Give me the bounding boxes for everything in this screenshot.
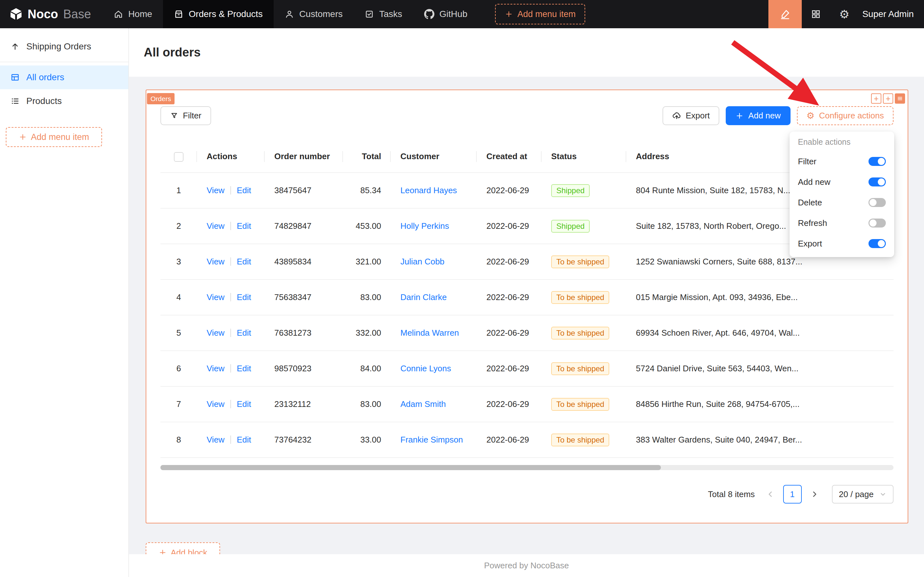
view-link[interactable]: View [207,328,225,338]
scrollbar-thumb[interactable] [160,465,661,470]
view-link[interactable]: View [207,221,225,231]
sidebar-add-menu-item-button[interactable]: Add menu item [6,127,102,147]
status-badge: To be shipped [551,362,609,375]
sidebar-divider [0,61,128,62]
view-link[interactable]: View [207,435,225,445]
action-divider [230,222,231,230]
toolbar-right: Export Add new ⚙ Configure actions [663,106,893,125]
export-toggle[interactable] [869,239,886,248]
add-column-icon-button[interactable]: + [871,93,881,104]
filter-icon [170,112,179,120]
edit-link[interactable]: Edit [237,221,251,231]
dropdown-item-add-new[interactable]: Add new [792,172,892,192]
dropdown-item-label: Add new [798,177,830,187]
view-link[interactable]: View [207,257,225,266]
customer-link[interactable]: Connie Lyons [401,364,451,373]
nav-item-label: GitHub [439,9,467,19]
customer-link[interactable]: Holly Perkins [401,221,449,231]
view-link[interactable]: View [207,292,225,302]
customer-link[interactable]: Melinda Warren [401,328,459,338]
main-menu: Home Orders & Products Customers Tasks G… [103,0,478,28]
status-badge: To be shipped [551,327,609,340]
user-menu[interactable]: Super Admin [858,9,924,19]
customer-link[interactable]: Frankie Simpson [401,435,463,445]
dropdown-item-filter[interactable]: Filter [792,151,892,172]
created-at-cell: 2022-06-29 [477,386,542,422]
nav-item-customers[interactable]: Customers [274,0,354,28]
gear-icon: ⚙ [806,110,815,121]
sidebar-item-all-orders[interactable]: All orders [0,66,128,89]
add-new-toggle[interactable] [869,177,886,187]
table-toolbar: Filter Export Add new [160,106,893,125]
dropdown-item-delete[interactable]: Delete [792,192,892,213]
status-cell: To be shipped [542,315,626,351]
edit-link[interactable]: Edit [237,364,251,373]
actions-cell: ViewEdit [197,172,265,208]
status-cell: Shipped [542,172,626,208]
customer-link[interactable]: Adam Smith [401,399,446,409]
edit-link[interactable]: Edit [237,292,251,302]
menu-icon [897,96,903,102]
edit-link[interactable]: Edit [237,257,251,266]
nav-item-orders-products[interactable]: Orders & Products [163,0,274,28]
add-block-button[interactable]: Add block [146,542,220,554]
layout: Shipping Orders All orders Products Add … [0,28,924,577]
row-index: 6 [160,351,197,386]
add-block-icon-button[interactable]: + [883,93,893,104]
filter-button[interactable]: Filter [160,106,211,125]
sidebar-item-shipping-orders[interactable]: Shipping Orders [0,35,128,58]
edit-link[interactable]: Edit [237,185,251,195]
dropdown-item-export[interactable]: Export [792,233,892,254]
nocobase-logo[interactable]: NocoBase .brand > span:nth-of-type(1){fo… [0,0,103,28]
nav-item-tasks[interactable]: Tasks [354,0,413,28]
edit-link[interactable]: Edit [237,435,251,445]
created-at-cell: 2022-06-29 [477,172,542,208]
customer-cell: Darin Clarke [391,279,477,315]
nav-item-home[interactable]: Home [103,0,163,28]
row-index: 5 [160,315,197,351]
add-block-label: Add block [171,548,207,554]
action-divider [230,186,231,195]
total-cell: 321.00 [343,244,391,279]
prev-page-button[interactable] [763,485,778,503]
created-at-cell: 2022-06-29 [477,279,542,315]
delete-toggle[interactable] [869,198,886,207]
status-cell: To be shipped [542,244,626,279]
total-cell: 453.00 [343,208,391,244]
row-index: 4 [160,279,197,315]
customer-link[interactable]: Julian Cobb [401,257,444,266]
filter-toggle[interactable] [869,157,886,166]
plugin-manager-button[interactable] [802,0,830,28]
dropdown-item-refresh[interactable]: Refresh [792,213,892,233]
next-page-button[interactable] [808,485,822,503]
customer-link[interactable]: Darin Clarke [401,292,447,302]
edit-link[interactable]: Edit [237,399,251,409]
add-new-button[interactable]: Add new [726,106,790,125]
sidebar: Shipping Orders All orders Products Add … [0,28,129,577]
ui-editor-button[interactable] [768,0,802,28]
created-at-cell: 2022-06-29 [477,208,542,244]
row-index: 7 [160,386,197,422]
configure-actions-button[interactable]: ⚙ Configure actions [797,106,893,125]
view-link[interactable]: View [207,364,225,373]
block-menu-icon-button[interactable] [895,93,905,104]
edit-link[interactable]: Edit [237,328,251,338]
horizontal-scrollbar[interactable] [160,465,893,470]
page-size-select[interactable]: 20 / page [832,485,893,503]
nav-add-menu-item-button[interactable]: Add menu item [495,4,586,24]
view-link[interactable]: View [207,185,225,195]
view-link[interactable]: View [207,399,225,409]
export-button[interactable]: Export [663,106,719,125]
select-all-checkbox[interactable] [174,152,184,162]
chevron-down-icon [879,491,887,498]
arrow-up-icon [10,42,20,52]
table-row: 7 ViewEdit 23132112 83.00 Adam Smith 202… [160,386,893,422]
customer-link[interactable]: Leonard Hayes [401,185,457,195]
settings-button[interactable]: ⚙ [830,0,858,28]
page-1-button[interactable]: 1 [783,485,802,503]
refresh-toggle[interactable] [869,219,886,227]
order-number-cell: 43895834 [265,244,343,279]
sidebar-item-products[interactable]: Products [0,89,128,113]
column-total: Total [343,140,391,172]
nav-item-github[interactable]: GitHub [413,0,478,28]
